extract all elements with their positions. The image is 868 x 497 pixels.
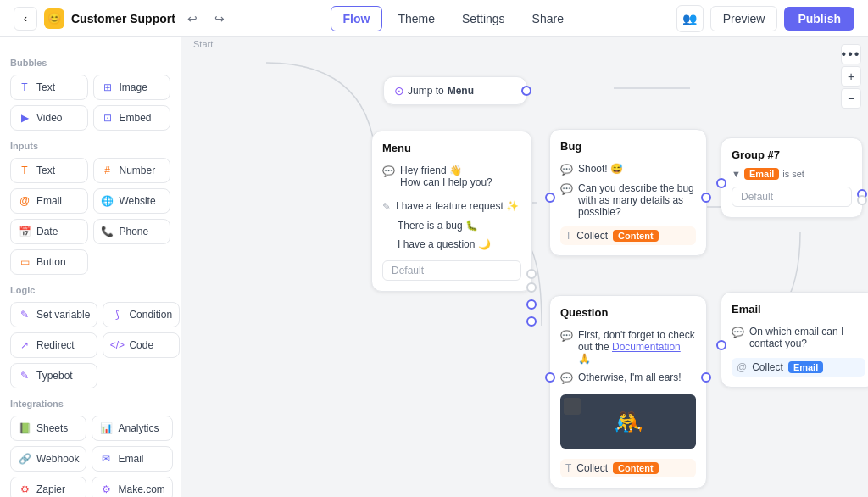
sidebar-item-email-integration[interactable]: ✉ Email (92, 446, 172, 472)
redo-button[interactable]: ↪ (209, 8, 230, 29)
sidebar-item-webhook[interactable]: 🔗 Webhook (10, 446, 86, 472)
sheets-label: Sheets (36, 422, 68, 434)
sidebar-item-phone-input[interactable]: 📞 Phone (93, 219, 171, 244)
menu-node-title: Menu (382, 142, 521, 154)
make-label: Make.com (118, 483, 164, 495)
sidebar-item-text-bubble[interactable]: T Text (10, 75, 88, 100)
text-input-icon: T (18, 164, 31, 177)
menu-option-bug: There is a bug 🐛 (382, 216, 521, 235)
node-bug[interactable]: Bug 💬 Shoot! 😅 💬 Can you describe the bu… (549, 129, 707, 256)
bug-collect-row: T Collect Content (560, 226, 696, 245)
bug-connector-left (545, 193, 555, 203)
sidebar-item-code[interactable]: </> Code (103, 332, 180, 358)
phone-input-label: Phone (120, 226, 149, 237)
sidebar-item-zapier[interactable]: ⚙ Zapier (10, 477, 86, 497)
menu-option-question: I have a question 🌙 (382, 235, 521, 254)
make-icon: ⚙ (99, 483, 113, 496)
back-button[interactable]: ‹ (14, 7, 37, 31)
sidebar-item-make[interactable]: ⚙ Make.com (92, 477, 172, 497)
zapier-label: Zapier (36, 483, 65, 495)
sidebar-item-date-input[interactable]: 📅 Date (10, 219, 88, 244)
menu-default-input[interactable]: Default (382, 260, 521, 281)
bug-item-2: 💬 Can you describe the bug with as many … (560, 179, 696, 221)
sidebar-item-text-input[interactable]: T Text (10, 158, 88, 183)
collect-t-icon-email: @ (737, 361, 747, 373)
tab-flow[interactable]: Flow (331, 6, 383, 31)
edit-icon-1: ✎ (382, 201, 391, 213)
collect-badge-email: Email (788, 361, 823, 373)
bug-connector-right (701, 193, 711, 203)
node-question[interactable]: Question 💬 First, don't forget to check … (549, 295, 707, 489)
sidebar-item-embed-bubble[interactable]: ⊡ Embed (93, 105, 171, 131)
main-layout: 🔒 Bubbles T Text ⊞ Image ▶ Video ⊡ Embed… (0, 37, 868, 497)
date-input-icon: 📅 (18, 225, 31, 238)
app-icon: 😊 (44, 8, 64, 29)
menu-greeting: 💬 Hey friend 👋How can I help you? (382, 161, 521, 192)
email-integration-icon: ✉ (99, 452, 113, 466)
email-integration-label: Email (118, 453, 143, 465)
group7-default[interactable]: Default (732, 187, 852, 207)
menu-option-feature: ✎ I have a feature request ✨ (382, 197, 521, 216)
zoom-out-button[interactable]: − (841, 88, 861, 109)
email-contact-text: On which email can I contact you? (749, 326, 865, 349)
preview-button[interactable]: Preview (710, 6, 778, 31)
text-bubble-icon: T (18, 81, 31, 94)
set-variable-label: Set variable (36, 309, 90, 321)
phone-input-icon: 📞 (101, 225, 114, 238)
more-options-button[interactable]: ••• (841, 44, 861, 64)
sidebar-item-typebot[interactable]: ✎ Typebot (10, 363, 97, 388)
connector-default (526, 269, 537, 279)
collect-t-icon-bug: T (565, 230, 571, 242)
email-node-title: Email (732, 303, 865, 316)
zoom-in-button[interactable]: + (841, 66, 861, 87)
docs-link[interactable]: Documentation (612, 341, 681, 353)
sidebar-item-analytics[interactable]: 📊 Analytics (92, 416, 172, 441)
sidebar-item-email-input[interactable]: @ Email (10, 188, 88, 214)
sidebar-item-condition[interactable]: ⟆ Condition (103, 302, 180, 327)
question-doc-text: First, don't forget to check out the Doc… (578, 329, 696, 365)
node-menu[interactable]: Menu 💬 Hey friend 👋How can I help you? ✎… (371, 131, 532, 292)
tab-share[interactable]: Share (520, 7, 576, 31)
bubble-icon-email: 💬 (732, 327, 744, 338)
group7-title: Group #7 (732, 148, 852, 161)
webhook-icon: 🔗 (18, 452, 31, 466)
inputs-grid: T Text # Number @ Email 🌐 Website 📅 Date… (10, 158, 170, 275)
topbar-left: ‹ 😊 Customer Support ↩ ↪ (14, 7, 230, 31)
people-button[interactable]: 👥 (676, 5, 704, 32)
question-item-1: 💬 First, don't forget to check out the D… (560, 326, 696, 368)
node-group7[interactable]: Group #7 ▼ Email is set Default (721, 137, 863, 218)
date-input-label: Date (36, 226, 58, 237)
website-input-icon: 🌐 (101, 194, 114, 208)
undo-button[interactable]: ↩ (182, 8, 203, 29)
node-jump-to-menu-top: ⊙ Jump to Menu (383, 76, 527, 105)
sidebar-item-redirect[interactable]: ↗ Redirect (10, 332, 97, 358)
email-badge: Email (744, 168, 779, 180)
canvas[interactable]: ••• + − Start ⊙ Jump to (181, 37, 868, 497)
typebot-label: Typebot (36, 370, 73, 382)
video-bubble-icon: ▶ (18, 111, 31, 125)
sidebar-item-image-bubble[interactable]: ⊞ Image (93, 75, 171, 100)
collect-t-icon-q: T (565, 462, 571, 474)
sidebar-item-number-input[interactable]: # Number (93, 158, 171, 183)
collect-badge-bug: Content (613, 230, 659, 242)
section-inputs-title: Inputs (10, 141, 170, 151)
bug-shoot-text: Shoot! 😅 (578, 163, 623, 175)
sidebar-item-video-bubble[interactable]: ▶ Video (10, 105, 88, 131)
sidebar-item-sheets[interactable]: 📗 Sheets (10, 416, 86, 441)
bug-item-1: 💬 Shoot! 😅 (560, 159, 696, 179)
tab-theme[interactable]: Theme (386, 7, 447, 31)
condition-label: Condition (129, 309, 172, 321)
node-email[interactable]: Email 💬 On which email can I contact you… (721, 292, 868, 388)
video-bubble-label: Video (36, 112, 62, 124)
tab-settings[interactable]: Settings (450, 7, 517, 31)
bug-node-title: Bug (560, 140, 696, 153)
sidebar-item-button-input[interactable]: ▭ Button (10, 249, 88, 275)
text-input-label: Text (36, 165, 55, 176)
connector-feature (526, 282, 537, 293)
sidebar-item-website-input[interactable]: 🌐 Website (93, 188, 171, 214)
menu-option-feature-text: I have a feature request ✨ (396, 200, 519, 212)
publish-button[interactable]: Publish (784, 7, 854, 31)
jump-to-label: Jump to (408, 85, 444, 97)
sidebar-item-set-variable[interactable]: ✎ Set variable (10, 302, 97, 327)
canvas-controls: ••• + − (841, 44, 861, 109)
